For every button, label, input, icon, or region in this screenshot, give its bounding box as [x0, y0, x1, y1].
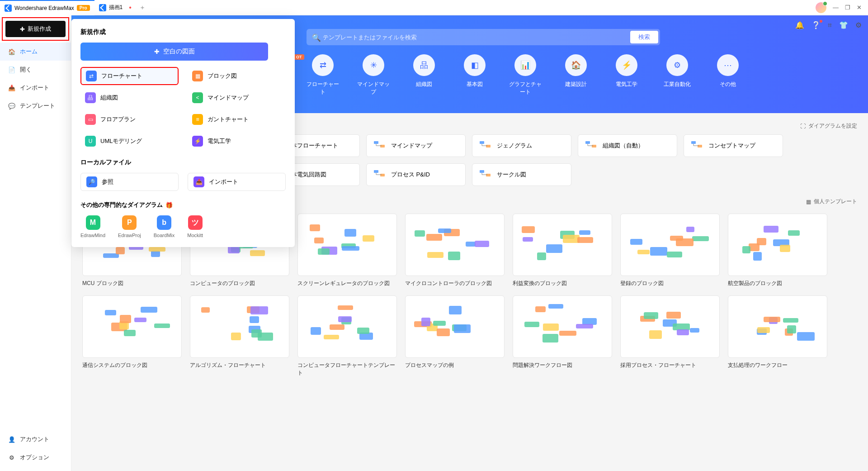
local-button-0[interactable]: 🔎参照: [80, 173, 179, 191]
category-1[interactable]: ✳マインドマップ: [357, 54, 390, 96]
new-button[interactable]: ✚ 新規作成: [5, 21, 66, 37]
type-chip[interactable]: コンセプトマップ: [684, 134, 783, 157]
new-tab-button[interactable]: ＋: [136, 4, 149, 12]
category-icon: ⋯: [717, 54, 739, 76]
category-2[interactable]: 品組織図: [408, 54, 440, 96]
blank-diagram-button[interactable]: ✚ 空白の図面: [80, 43, 268, 61]
template-card[interactable]: スクリーンレギュレータのブロック図: [297, 214, 397, 287]
template-card[interactable]: アルゴリズム・フローチャート: [190, 295, 289, 377]
local-button-icon: 📥: [193, 176, 204, 187]
search-button[interactable]: 検索: [630, 31, 658, 43]
diagram-type-5[interactable]: ≡ガントチャート: [188, 110, 286, 128]
type-chip[interactable]: ジェノグラム: [472, 134, 571, 157]
diagram-type-2[interactable]: 品組織図: [80, 89, 179, 107]
app-2[interactable]: bBoardMix: [154, 215, 175, 238]
type-chip[interactable]: 組織図（自動）: [578, 134, 677, 157]
sidebar-item-open[interactable]: 📄 開く: [0, 61, 71, 79]
tab-document[interactable]: 描画1: [94, 0, 136, 15]
category-0[interactable]: ⇄フローチャート: [307, 54, 339, 96]
svg-rect-13: [380, 174, 385, 176]
category-label: 工業自動化: [661, 81, 693, 88]
type-chip[interactable]: プロセス P&ID: [366, 163, 466, 186]
app-1[interactable]: PEdrawProj: [118, 215, 141, 238]
category-6[interactable]: ⚡電気工学: [610, 54, 643, 96]
template-card[interactable]: コンピュータフローチャートテンプレート: [297, 295, 397, 377]
chip-label: マインドマップ: [391, 142, 432, 150]
diagram-type-icon: ≡: [192, 114, 203, 125]
sidebar-item-options[interactable]: ⚙ オプション: [0, 448, 71, 466]
chip-label: ジェノグラム: [497, 142, 532, 150]
bell-icon[interactable]: 🔔: [795, 21, 804, 29]
category-4[interactable]: 📊グラフとチャート: [509, 54, 542, 96]
template-card[interactable]: 登録のブロック図: [620, 214, 720, 287]
sidebar-label: ホーム: [20, 48, 38, 56]
window-maximize[interactable]: ❐: [845, 4, 850, 11]
template-card[interactable]: 問題解決ワークフロー図: [513, 295, 612, 377]
avatar-icon[interactable]: [816, 2, 826, 13]
new-button-highlight: ✚ 新規作成: [2, 17, 69, 41]
type-chip[interactable]: サークル図: [472, 163, 571, 186]
category-label: 基本図: [458, 81, 491, 88]
template-card[interactable]: 航空製品のブロック図: [728, 214, 827, 287]
template-name: コンピュータのブロック図: [190, 280, 289, 287]
category-8[interactable]: ⋯その他: [712, 54, 744, 96]
template-card[interactable]: 利益変換のブロック図: [513, 214, 612, 287]
template-card[interactable]: 採用プロセス・フローチャート: [620, 295, 720, 377]
sidebar-item-account[interactable]: 👤 アカウント: [0, 430, 71, 448]
category-3[interactable]: ◧基本図: [458, 54, 491, 96]
local-button-1[interactable]: 📥インポート: [188, 173, 286, 191]
category-icon: ⇄: [312, 54, 334, 76]
chip-label: コンセプトマップ: [708, 142, 755, 150]
app-3[interactable]: ツMockitt: [187, 215, 203, 238]
gift-icon: 🎁: [165, 202, 173, 209]
diagram-type-label: フロアプラン: [100, 115, 136, 124]
diagram-type-4[interactable]: ▭フロアプラン: [80, 110, 179, 128]
diagram-type-1[interactable]: ▦ブロック図: [188, 67, 286, 85]
other-diagrams-section: その他の専門的なダイアグラム 🎁 MEdrawMindPEdrawProjbBo…: [80, 201, 286, 238]
category-icon: 🏠: [565, 54, 587, 76]
category-label: 建築設計: [560, 81, 592, 88]
template-name: 採用プロセス・フローチャート: [620, 362, 720, 369]
sidebar-item-home[interactable]: 🏠 ホーム: [0, 43, 71, 61]
template-card[interactable]: 通信システムのブロック図: [82, 295, 182, 377]
settings-icon[interactable]: ⚙: [855, 21, 862, 29]
type-chip[interactable]: マインドマップ: [366, 134, 466, 157]
diagram-type-0[interactable]: ⇄フローチャート: [80, 67, 179, 85]
template-name: 利益変換のブロック図: [513, 280, 612, 287]
template-thumbnail: [297, 295, 397, 358]
category-5[interactable]: 🏠建築設計: [560, 54, 592, 96]
search-input[interactable]: [307, 29, 660, 45]
window-minimize[interactable]: —: [833, 4, 839, 11]
diagram-type-3[interactable]: <マインドマップ: [188, 89, 286, 107]
app-0[interactable]: MEdrawMind: [80, 215, 105, 238]
template-card[interactable]: 支払処理のワークフロー: [728, 295, 827, 377]
template-name: 通信システムのブロック図: [82, 362, 182, 369]
app-icon: M: [86, 215, 100, 230]
apps-icon[interactable]: ⌗: [828, 21, 832, 29]
help-icon[interactable]: ❔: [811, 21, 821, 29]
diagram-type-icon: 品: [85, 92, 96, 103]
other-title: その他の専門的なダイアグラム: [80, 201, 163, 209]
template-card[interactable]: プロセスマップの例: [405, 295, 505, 377]
tshirt-icon[interactable]: 👕: [839, 21, 848, 29]
gear-icon: ⚙: [8, 454, 15, 461]
chip-label: サークル図: [497, 171, 526, 179]
diagram-type-6[interactable]: UUMLモデリング: [80, 132, 179, 150]
sidebar-footer: 👤 アカウント ⚙ オプション: [0, 430, 71, 471]
sidebar-label: インポート: [20, 84, 49, 92]
diagram-type-label: マインドマップ: [208, 94, 249, 102]
window-close[interactable]: ✕: [857, 4, 862, 11]
diagram-type-icon: U: [85, 136, 96, 147]
category-icon: ◧: [464, 54, 486, 76]
template-name: 登録のブロック図: [620, 280, 720, 287]
template-card[interactable]: マイクロコントローラのブロック図: [405, 214, 505, 287]
chip-icon: [479, 169, 491, 180]
diagram-type-7[interactable]: ⚡電気工学: [188, 132, 286, 150]
app-label: BoardMix: [154, 233, 175, 238]
sidebar-item-templates[interactable]: 💬 テンプレート: [0, 97, 71, 115]
tab-app[interactable]: Wondershare EdrawMax Pro: [0, 0, 94, 15]
svg-rect-3: [380, 145, 385, 147]
import-icon: 📥: [8, 85, 15, 91]
category-7[interactable]: ⚙工業自動化: [661, 54, 693, 96]
sidebar-item-import[interactable]: 📥 インポート: [0, 79, 71, 97]
